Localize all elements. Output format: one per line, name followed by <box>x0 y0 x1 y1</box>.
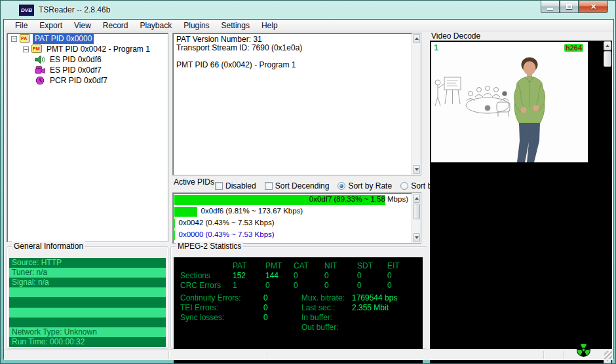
stats-value: 0 <box>263 293 301 303</box>
stream-number-label: 1 <box>434 43 438 52</box>
audio-speaker-icon <box>35 55 46 64</box>
video-scroll-thumb[interactable] <box>604 51 611 67</box>
menu-item-export[interactable]: Export <box>33 20 68 31</box>
stats-row-label <box>180 323 263 333</box>
mpeg2-statistics-title: MPEG-2 Statistics <box>176 242 243 251</box>
stats-value: 0 <box>324 271 357 281</box>
general-info-row <box>9 308 166 318</box>
status-divider <box>267 351 267 359</box>
details-scroll-track[interactable] <box>412 44 421 164</box>
status-bar <box>4 349 613 360</box>
tree-item-label: ES PID 0x0df7 <box>48 65 104 75</box>
maximize-button[interactable] <box>560 1 579 13</box>
checkbox-disabled[interactable]: Disabled <box>215 181 256 191</box>
stats-row-label: TEI Errors: <box>180 303 263 313</box>
minimize-icon <box>547 8 553 10</box>
collapse-toggle-icon[interactable]: – <box>11 36 17 42</box>
pids-scroll-up-button[interactable] <box>413 194 420 203</box>
stats-column-header: CAT <box>294 261 324 271</box>
stats-value: 0 <box>263 303 301 313</box>
tree-item-pat-pid-0x0000[interactable]: –PAPAT PID 0x0000 <box>7 33 168 44</box>
tree-item-es-pid-0x0df7[interactable]: ES PID 0x0df7 <box>7 65 168 75</box>
radio-icon[interactable] <box>400 182 408 190</box>
stats-value: 0 <box>294 281 324 291</box>
menu-item-help[interactable]: Help <box>256 20 284 31</box>
pid-bar-label: 0x0df7 (89.33% ~ 1.58 Mbps) <box>309 195 408 203</box>
pid-bar-label: 0x0042 (0.43% ~ 7.53 Kbps) <box>179 219 275 227</box>
radio-sort-by-rate[interactable]: Sort by Rate <box>337 181 392 191</box>
title-bar[interactable]: DVB TSReader -- 2.8.46b ✕ <box>1 1 615 19</box>
menu-item-file[interactable]: File <box>9 20 33 31</box>
tree-item-pmt-pid-0x0042-program-1[interactable]: –PMPMT PID 0x0042 - Program 1 <box>7 44 168 54</box>
video-scroll-up-button[interactable] <box>604 41 611 50</box>
pmt-table-icon: PM <box>31 45 43 54</box>
general-info-row <box>9 318 166 327</box>
stats-row-label: Mux. bitrate: <box>301 293 352 303</box>
video-scroll-track[interactable] <box>603 67 612 354</box>
menu-item-plugins[interactable]: Plugins <box>178 20 215 31</box>
close-icon: ✕ <box>590 3 596 11</box>
stats-value: 0 <box>387 271 423 281</box>
tree-item-pcr-pid-0x0df7[interactable]: PCR PID 0x0df7 <box>7 75 168 86</box>
status-divider <box>543 351 544 359</box>
general-info-row: Source: HTTP <box>9 258 166 268</box>
active-pids-list[interactable]: 0x0df7 (89.33% ~ 1.58 Mbps)0x0df6 (9.81%… <box>172 192 421 244</box>
client-area: FileExportViewRecordPlaybackPluginsSetti… <box>3 19 614 359</box>
general-info-row: Run Time: 000:00:32 <box>9 337 166 347</box>
pids-scrollbar[interactable] <box>412 193 421 243</box>
video-decode-group: Video Decode <box>429 31 612 349</box>
pids-scroll-down-button[interactable] <box>413 233 420 242</box>
tree-item-es-pid-0x0df6[interactable]: ES PID 0x0df6 <box>7 54 168 65</box>
pid-rate-bar <box>174 207 197 217</box>
video-scrollbar[interactable] <box>603 41 612 364</box>
stats-value: 0 <box>324 281 357 291</box>
details-panel[interactable]: PAT Version Number: 31Transport Stream I… <box>172 33 421 175</box>
arrow-up-icon <box>606 45 609 47</box>
resize-grip[interactable] <box>604 351 612 359</box>
general-information-rows: Source: HTTPTuner: n/aSignal: n/aNetwork… <box>9 258 166 347</box>
checkbox-icon[interactable] <box>265 182 273 190</box>
collapse-toggle-icon[interactable]: – <box>23 46 29 52</box>
details-scrollbar[interactable] <box>412 33 421 175</box>
close-button[interactable]: ✕ <box>579 1 608 13</box>
pid-tree-panel[interactable]: –PAPAT PID 0x0000–PMPMT PID 0x0042 - Pro… <box>7 33 168 242</box>
video-display-area: 1 h264 <box>430 41 612 364</box>
menu-item-view[interactable]: View <box>68 20 97 31</box>
menu-item-settings[interactable]: Settings <box>216 20 256 31</box>
radio-icon[interactable] <box>337 182 345 190</box>
details-line: PMT PID 66 (0x0042) - Program 1 <box>176 61 410 69</box>
details-scroll-down-button[interactable] <box>413 165 420 174</box>
tsreader-window: DVB TSReader -- 2.8.46b ✕ FileExportView… <box>0 0 616 364</box>
stats-value: 2.355 Mbit <box>352 303 423 313</box>
checkbox-sort-decending[interactable]: Sort Decending <box>265 181 330 191</box>
details-line: Transport Stream ID: 7690 (0x1e0a) <box>176 44 410 52</box>
stats-column-header: NIT <box>324 261 357 271</box>
checkbox-label: Sort Decending <box>275 181 330 191</box>
menu-item-playback[interactable]: Playback <box>134 20 178 31</box>
stats-row-label: Sections <box>180 271 233 281</box>
menu-item-record[interactable]: Record <box>97 20 134 31</box>
pid-rate-bar <box>174 219 175 228</box>
arrow-up-icon <box>415 37 419 40</box>
details-scroll-up-button[interactable] <box>413 34 420 43</box>
stats-value: 152 <box>233 271 265 281</box>
checkbox-icon[interactable] <box>215 182 223 190</box>
tree-item-label: PCR PID 0x0df7 <box>48 75 109 86</box>
pids-scroll-track[interactable] <box>412 219 421 232</box>
video-camera-icon <box>35 65 46 75</box>
status-divider <box>563 351 564 359</box>
stats-row-label: In buffer: <box>301 313 352 323</box>
minimize-button[interactable] <box>541 1 560 13</box>
pid-bar-row[interactable]: 0x0df6 (9.81% ~ 173.67 Kbps) <box>174 206 411 217</box>
stats-row-label: CRC Errors <box>180 281 233 291</box>
status-divider <box>168 351 169 359</box>
pid-bar-row[interactable]: 0x0df7 (89.33% ~ 1.58 Mbps) <box>174 194 411 206</box>
stats-value: 0 <box>265 281 294 291</box>
pid-bar-row[interactable]: 0x0042 (0.43% ~ 7.53 Kbps) <box>174 218 411 229</box>
tree-item-label: ES PID 0x0df6 <box>48 54 104 65</box>
stats-value: 0 <box>357 281 387 291</box>
menu-bar: FileExportViewRecordPlaybackPluginsSetti… <box>4 20 613 31</box>
general-info-row: Network Type: Unknown <box>9 327 166 337</box>
pid-bar-row[interactable]: 0x0000 (0.43% ~ 7.53 Kbps) <box>174 230 411 241</box>
pids-scroll-thumb[interactable] <box>413 204 420 219</box>
